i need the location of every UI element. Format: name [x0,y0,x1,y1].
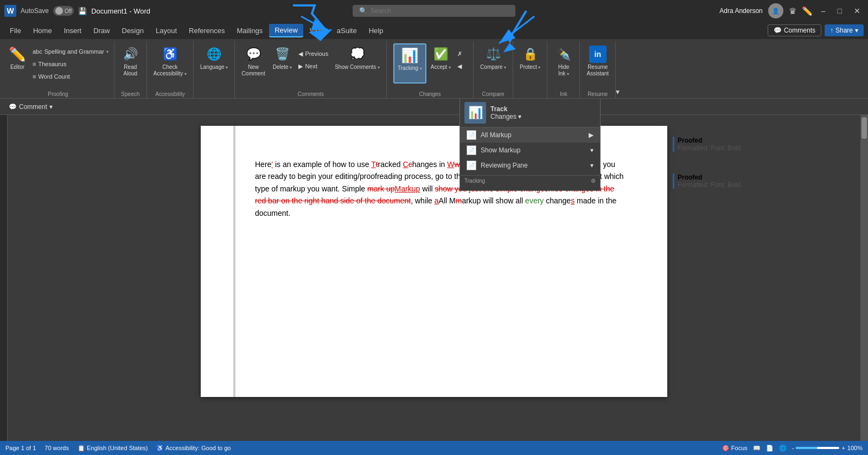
accessibility-items: ♿ CheckAccessibility ▾ [150,43,190,91]
all-markup-icon: 📄 [467,130,476,140]
check-accessibility-button[interactable]: ♿ CheckAccessibility ▾ [150,43,190,84]
menu-home[interactable]: Home [28,24,58,37]
language-icon: 🌐 [206,46,223,63]
sub-toolbar: 💬 Comment ▾ [0,99,868,115]
zoom-out-button[interactable]: - [792,445,794,451]
menu-layout[interactable]: Layout [150,24,182,37]
all-markup-item[interactable]: 📄 All Markup ▶ [460,127,600,143]
compare-button[interactable]: ⚖️ Compare ▾ [477,43,509,84]
protect-button[interactable]: 🔒 Protect ▾ [516,43,544,84]
document-scroll[interactable]: Here' is an example of how to use Ttrack… [8,115,860,441]
menu-file[interactable]: File [4,24,27,37]
ribbon-group-compare: ⚖️ Compare ▾ Compare [474,41,513,98]
menu-review[interactable]: Review [269,24,303,37]
text-will: will [420,184,435,193]
show-markup-item[interactable]: 📄 Show Markup ▾ [460,143,600,158]
scrollbar-thumb[interactable] [861,117,867,139]
delete-icon: 🗑️ [274,46,291,63]
crown-icon[interactable]: ♛ [789,6,796,16]
delete-button[interactable]: 🗑️ Delete ▾ [270,43,296,84]
doc-title: Document1 - Word [91,7,150,15]
print-layout-icon[interactable]: 📄 [766,445,774,452]
previous-button[interactable]: ◀ Previous [296,48,330,60]
focus-icon[interactable]: 🎯 Focus [722,445,748,452]
close-button[interactable]: ✕ [851,4,864,17]
toggle-text: Off [65,8,72,14]
text-Markup-ins: Markup [395,184,420,193]
tracking-button[interactable]: 📊 Tracking ▾ [393,43,426,84]
tracking-footer-icon: ⚙ [591,178,596,184]
text-change: change [544,196,571,205]
document-area: Here' is an example of how to use Ttrack… [0,115,868,441]
web-layout-icon[interactable]: 🌐 [779,445,787,452]
minimize-button[interactable]: – [818,4,829,17]
zoom-in-button[interactable]: + [841,445,845,451]
title-bar-right: Adra Anderson 👤 ♛ ✏️ – □ ✕ [580,3,864,18]
status-bar: Page 1 of 1 70 words 📋 English (United S… [0,441,868,455]
menu-references[interactable]: References [183,24,230,37]
menu-draw[interactable]: Draw [88,24,115,37]
language-button[interactable]: 🌐 Language ▾ [197,43,231,84]
thesaurus-label: Thesaurus [38,61,66,67]
new-comment-label: NewComment [241,64,265,77]
read-mode-icon[interactable]: 📖 [753,445,761,452]
editor-button[interactable]: ✏️ Editor [5,43,29,84]
menu-asuite[interactable]: aSuite [331,24,362,37]
resume-assistant-button[interactable]: in ResumeAssistant [583,43,612,84]
compare-label: Compare ▾ [480,64,506,71]
search-input[interactable] [371,7,509,15]
search-box[interactable]: 🔍 [353,5,515,17]
previous-change-button[interactable]: ◀ [455,60,467,72]
comments-icon: 💬 [774,27,782,34]
ribbon-more[interactable]: ▾ [616,41,620,98]
accept-button[interactable]: ✅ Accept ▾ [427,43,454,84]
maximize-button[interactable]: □ [834,4,845,17]
text-a-ins: a [435,196,439,205]
title-bar-left: W AutoSave Off 💾 Document1 - Word [4,5,288,17]
menu-help[interactable]: Help [363,24,389,37]
previous-icon: ◀ [298,50,303,57]
hide-ink-button[interactable]: ✒️ HideInk ▾ [552,43,576,84]
word-count-button[interactable]: ≡ Word Count [30,71,111,82]
avatar: 👤 [768,3,783,18]
reject-button[interactable]: ✗ [455,48,467,60]
new-comment-button[interactable]: 💬 NewComment [238,43,268,84]
ribbon: ✏️ Editor abc Spelling and Grammar ▾ ≡ T… [0,39,868,99]
comment-sub-button[interactable]: 💬 Comment ▾ [4,102,57,112]
editor-label: Editor [10,64,24,71]
user-name: Adra Anderson [719,7,762,15]
ribbon-more-button[interactable]: ▾ [616,87,620,96]
pen-icon[interactable]: ✏️ [802,6,813,16]
speech-items: 🔊 ReadAloud [118,43,142,91]
text-is: is an example of how to use [275,160,371,169]
menu-mailings[interactable]: Mailings [232,24,269,37]
share-button[interactable]: ↑ Share ▾ [825,24,864,36]
ruler-vertical [0,115,8,441]
spelling-grammar-button[interactable]: abc Spelling and Grammar ▾ [30,46,111,57]
accessibility-label: CheckAccessibility ▾ [154,64,187,77]
scrollbar-vertical[interactable] [860,115,868,441]
text-markup-del: mark up [367,184,395,193]
show-comments-button[interactable]: 💭 Show Comments ▾ [331,43,383,84]
next-button[interactable]: ▶ Next [296,60,330,72]
spelling-dropdown-arrow: ▾ [106,49,108,54]
menu-insert[interactable]: Insert [59,24,87,37]
language-items: 🌐 Language ▾ [197,43,231,97]
text-C-ins: C [403,160,409,169]
menu-design[interactable]: Design [117,24,149,37]
zoom-slider[interactable] [796,447,839,449]
search-icon: 🔍 [359,7,367,15]
comments-button[interactable]: 💬 Comments [768,24,821,36]
text-while: , while [411,196,435,205]
autosave-toggle[interactable]: Off [53,6,74,16]
read-aloud-button[interactable]: 🔊 ReadAloud [118,43,142,84]
protect-icon: 🔒 [521,46,539,63]
track-changes-sub: Changes ▾ [490,113,521,120]
menu-view[interactable]: View [304,24,330,37]
text-c-del: c [409,160,412,169]
thesaurus-button[interactable]: ≡ Thesaurus [30,58,111,70]
ribbon-group-comments: 💬 NewComment 🗑️ Delete ▾ ◀ Previous ▶ Ne… [235,41,387,98]
save-icon: 💾 [78,7,87,15]
hide-ink-icon: ✒️ [555,46,572,63]
reviewing-pane-item[interactable]: 📄 Reviewing Pane ▾ [460,158,600,173]
